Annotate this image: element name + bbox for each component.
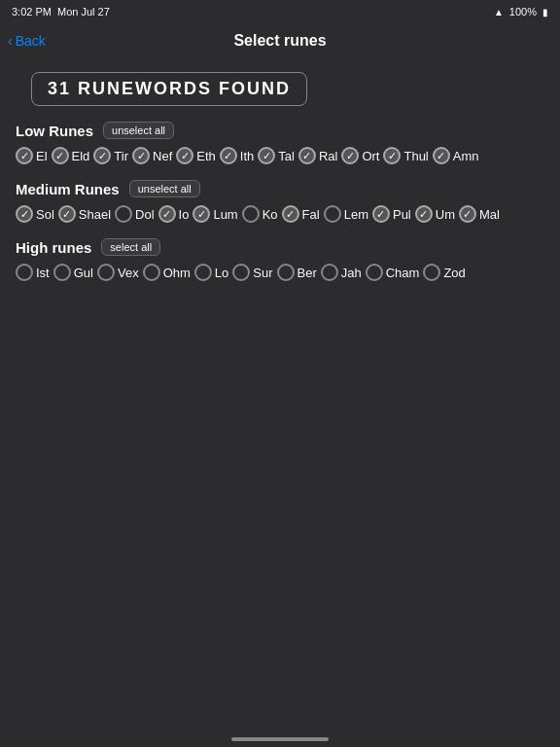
rune-checkbox-lem[interactable]: [324, 205, 341, 223]
low-action-button[interactable]: unselect all: [103, 122, 174, 139]
rune-checkbox-io[interactable]: [158, 205, 176, 223]
section-header-low: Low Runesunselect all: [16, 122, 544, 139]
rune-item-ko[interactable]: Ko: [242, 205, 278, 223]
rune-checkbox-gul[interactable]: [53, 264, 71, 281]
rune-label-ber: Ber: [298, 266, 317, 280]
rune-label-eld: Eld: [72, 149, 90, 163]
rune-item-ral[interactable]: Ral: [298, 147, 338, 164]
rune-label-ort: Ort: [362, 149, 379, 163]
rune-item-io[interactable]: Io: [158, 205, 190, 223]
rune-checkbox-ort[interactable]: [341, 147, 359, 164]
rune-checkbox-zod[interactable]: [423, 264, 440, 281]
rune-checkbox-tal[interactable]: [258, 147, 275, 164]
rune-item-cham[interactable]: Cham: [366, 264, 420, 281]
rune-label-um: Um: [436, 207, 455, 222]
rune-checkbox-ith[interactable]: [220, 147, 237, 164]
rune-item-lo[interactable]: Lo: [194, 264, 228, 281]
rune-checkbox-ist[interactable]: [16, 264, 33, 281]
rune-item-dol[interactable]: Dol: [115, 205, 155, 223]
section-title-high: High runes: [16, 239, 91, 256]
rune-label-nef: Nef: [153, 149, 172, 163]
section-title-medium: Medium Runes: [16, 181, 120, 197]
rune-item-gul[interactable]: Gul: [53, 264, 93, 281]
rune-checkbox-lo[interactable]: [194, 264, 212, 281]
rune-label-lem: Lem: [344, 207, 368, 222]
rune-item-pul[interactable]: Pul: [372, 205, 411, 223]
runes-row-low: ElEldTirNefEthIthTalRalOrtThulAmn: [16, 147, 544, 164]
medium-action-button[interactable]: unselect all: [129, 180, 200, 197]
rune-checkbox-amn[interactable]: [433, 147, 450, 164]
rune-checkbox-vex[interactable]: [97, 264, 115, 281]
section-title-low: Low Runes: [16, 123, 93, 139]
wifi-icon: ▲: [494, 7, 504, 18]
rune-item-fal[interactable]: Fal: [282, 205, 320, 223]
rune-item-ith[interactable]: Ith: [220, 147, 254, 164]
rune-label-ist: Ist: [36, 266, 50, 280]
rune-label-dol: Dol: [135, 207, 155, 222]
rune-checkbox-pul[interactable]: [372, 205, 390, 223]
rune-checkbox-sur[interactable]: [232, 264, 250, 281]
rune-item-sur[interactable]: Sur: [232, 264, 272, 281]
high-action-button[interactable]: select all: [101, 238, 160, 256]
battery-icon: ▮: [542, 7, 548, 18]
rune-label-eth: Eth: [196, 149, 216, 163]
rune-item-shael[interactable]: Shael: [58, 205, 111, 223]
section-high: High runesselect allIstGulVexOhmLoSurBer…: [0, 232, 560, 291]
rune-item-eth[interactable]: Eth: [176, 147, 216, 164]
status-bar: 3:02 PM Mon Jul 27 ▲ 100% ▮: [0, 0, 560, 23]
rune-checkbox-ohm[interactable]: [143, 264, 160, 281]
rune-item-amn[interactable]: Amn: [433, 147, 479, 164]
rune-checkbox-um[interactable]: [415, 205, 433, 223]
rune-checkbox-lum[interactable]: [192, 205, 210, 223]
rune-item-um[interactable]: Um: [415, 205, 455, 223]
rune-label-zod: Zod: [443, 266, 465, 280]
rune-item-el[interactable]: El: [16, 147, 48, 164]
battery-level: 100%: [509, 6, 537, 18]
rune-item-thul[interactable]: Thul: [383, 147, 428, 164]
rune-label-cham: Cham: [386, 266, 420, 280]
rune-checkbox-nef[interactable]: [132, 147, 150, 164]
section-header-medium: Medium Runesunselect all: [16, 180, 544, 197]
rune-item-sol[interactable]: Sol: [16, 205, 54, 223]
rune-item-mal[interactable]: Mal: [459, 205, 500, 223]
rune-item-vex[interactable]: Vex: [97, 264, 139, 281]
rune-label-sol: Sol: [36, 207, 54, 222]
rune-checkbox-ber[interactable]: [277, 264, 295, 281]
rune-checkbox-cham[interactable]: [366, 264, 383, 281]
rune-item-eld[interactable]: Eld: [52, 147, 90, 164]
back-button[interactable]: ‹ Back: [8, 33, 46, 49]
rune-item-ohm[interactable]: Ohm: [143, 264, 191, 281]
rune-checkbox-eld[interactable]: [52, 147, 69, 164]
rune-label-sur: Sur: [253, 266, 272, 280]
rune-checkbox-thul[interactable]: [383, 147, 401, 164]
runes-row-high: IstGulVexOhmLoSurBerJahChamZod: [16, 264, 544, 281]
rune-label-el: El: [36, 149, 48, 163]
rune-checkbox-tir[interactable]: [93, 147, 111, 164]
back-label: Back: [16, 33, 46, 49]
rune-checkbox-shael[interactable]: [58, 205, 76, 223]
rune-checkbox-dol[interactable]: [115, 205, 132, 223]
rune-checkbox-ral[interactable]: [298, 147, 316, 164]
rune-label-ith: Ith: [240, 149, 254, 163]
rune-checkbox-el[interactable]: [16, 147, 33, 164]
rune-checkbox-ko[interactable]: [242, 205, 260, 223]
rune-item-ber[interactable]: Ber: [277, 264, 317, 281]
section-medium: Medium Runesunselect allSolShaelDolIoLum…: [0, 174, 560, 232]
rune-checkbox-eth[interactable]: [176, 147, 193, 164]
rune-item-tir[interactable]: Tir: [93, 147, 128, 164]
rune-item-nef[interactable]: Nef: [132, 147, 172, 164]
rune-item-tal[interactable]: Tal: [258, 147, 295, 164]
rune-item-ort[interactable]: Ort: [341, 147, 379, 164]
rune-checkbox-sol[interactable]: [16, 205, 33, 223]
rune-item-jah[interactable]: Jah: [321, 264, 362, 281]
rune-item-ist[interactable]: Ist: [16, 264, 50, 281]
rune-checkbox-fal[interactable]: [282, 205, 299, 223]
rune-label-tal: Tal: [278, 149, 295, 163]
rune-item-lum[interactable]: Lum: [192, 205, 237, 223]
home-indicator: [231, 737, 329, 741]
back-chevron-icon: ‹: [8, 33, 13, 49]
rune-item-zod[interactable]: Zod: [423, 264, 465, 281]
rune-item-lem[interactable]: Lem: [324, 205, 368, 223]
rune-checkbox-mal[interactable]: [459, 205, 476, 223]
rune-checkbox-jah[interactable]: [321, 264, 338, 281]
